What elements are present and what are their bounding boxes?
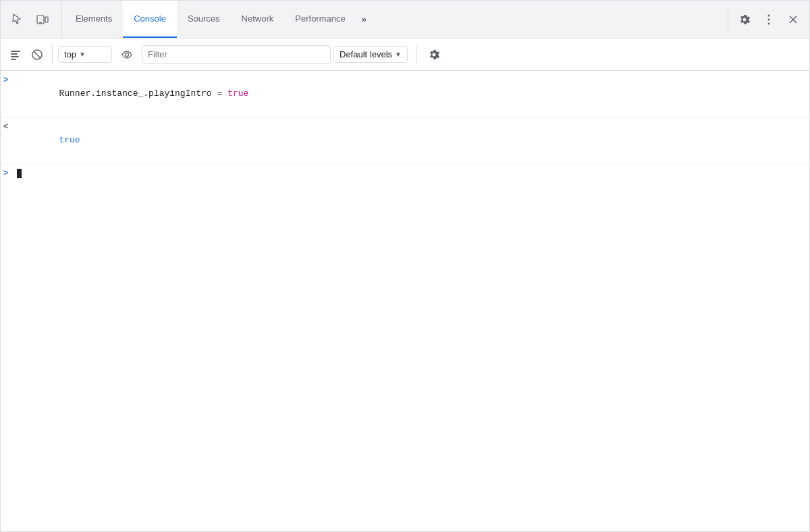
svg-rect-8 xyxy=(11,56,19,57)
devtools-window: Elements Console Sources Network Perform… xyxy=(0,0,810,532)
tab-sources[interactable]: Sources xyxy=(177,1,231,38)
console-toolbar: top ▼ Default levels ▼ xyxy=(1,38,809,71)
console-prompt-line[interactable]: > xyxy=(1,164,809,183)
header-left-icons xyxy=(6,1,62,38)
tab-elements[interactable]: Elements xyxy=(65,1,123,38)
filter-input[interactable] xyxy=(142,45,331,64)
output-arrow-1: < xyxy=(3,120,17,134)
input-arrow-1: > xyxy=(3,74,17,87)
header-right-icons xyxy=(728,9,804,30)
code-segment-2: true xyxy=(227,88,248,99)
device-toggle-icon[interactable] xyxy=(32,9,53,30)
svg-point-5 xyxy=(768,22,770,24)
context-selector[interactable]: top ▼ xyxy=(58,46,112,63)
tab-bar: Elements Console Sources Network Perform… xyxy=(65,1,725,38)
context-arrow: ▼ xyxy=(79,51,86,58)
clear-console-button[interactable] xyxy=(6,45,25,64)
stop-icon[interactable] xyxy=(28,45,47,64)
console-input-text-1: Runner.instance_.playingIntro = true xyxy=(17,74,804,114)
tab-network[interactable]: Network xyxy=(231,1,285,38)
live-expressions-icon[interactable] xyxy=(117,45,136,64)
svg-rect-9 xyxy=(11,59,16,60)
cursor-blink xyxy=(17,169,22,178)
tab-console[interactable]: Console xyxy=(123,1,177,38)
devtools-header: Elements Console Sources Network Perform… xyxy=(1,1,809,38)
svg-point-12 xyxy=(126,53,129,56)
svg-rect-7 xyxy=(11,53,18,55)
svg-line-11 xyxy=(34,51,40,58)
console-output-text-1: true xyxy=(17,120,804,161)
levels-arrow: ▼ xyxy=(395,51,402,58)
toolbar-divider-1 xyxy=(52,45,53,64)
console-output-line-1: < true xyxy=(1,117,809,164)
toolbar-divider-2 xyxy=(416,45,416,64)
svg-rect-1 xyxy=(45,17,48,22)
log-levels-selector[interactable]: Default levels ▼ xyxy=(333,46,408,63)
tab-performance[interactable]: Performance xyxy=(284,1,356,38)
svg-point-4 xyxy=(768,18,770,20)
prompt-arrow: > xyxy=(3,167,17,180)
svg-point-3 xyxy=(768,14,770,16)
more-options-icon[interactable] xyxy=(758,9,780,30)
code-segment-3: true xyxy=(59,135,80,145)
cursor-icon[interactable] xyxy=(6,9,28,30)
console-input-line-1: > Runner.instance_.playingIntro = true xyxy=(1,71,809,117)
svg-rect-2 xyxy=(39,22,42,24)
code-segment-1: Runner.instance_.playingIntro = xyxy=(59,88,227,99)
close-icon[interactable] xyxy=(782,9,804,30)
console-output: > Runner.instance_.playingIntro = true <… xyxy=(1,71,809,531)
tab-overflow[interactable]: » xyxy=(356,1,372,38)
svg-rect-6 xyxy=(11,51,20,52)
console-settings-icon[interactable] xyxy=(425,45,443,64)
settings-icon[interactable] xyxy=(734,9,755,30)
